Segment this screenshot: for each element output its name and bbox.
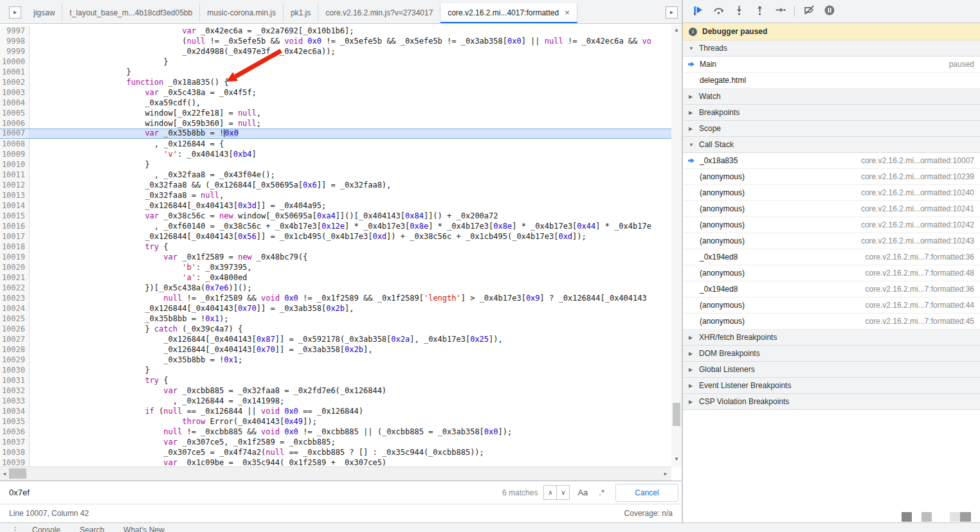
code-line[interactable]: 10003 var _0x5c438a = _0x4f5f; (0, 87, 671, 98)
code-line[interactable]: 10023 null != _0x1f2589 && void 0x0 != _… (0, 293, 671, 303)
file-tab-music-corona-min-js[interactable]: music-corona.min.js (200, 3, 284, 22)
code-line[interactable]: 10017 _0x126844[_0x404143[0x56]] = _0x1c… (0, 231, 671, 242)
line-number[interactable]: 10008 (0, 139, 30, 149)
code-line[interactable]: 10001 } (0, 67, 671, 77)
cancel-button[interactable]: Cancel (615, 484, 678, 502)
code-line[interactable]: 10025 _0x35b8bb = !0x1); (0, 314, 671, 324)
section-header-breakpoints[interactable]: ▶Breakpoints (683, 105, 980, 121)
code-line[interactable]: 10030 } (0, 365, 671, 375)
code-line[interactable]: 10013 _0x32faa8 = null, (0, 190, 671, 200)
step-into-button[interactable] (730, 3, 747, 20)
code-line[interactable]: 10021 'a': _0x4800ed (0, 272, 671, 283)
pause-on-exceptions-button[interactable] (821, 3, 838, 20)
call-stack-frame[interactable]: (anonymous)core.v2.16.2.mi...ormatted:10… (683, 185, 980, 201)
line-number[interactable]: 10032 (0, 386, 30, 396)
code-line[interactable]: 10011 , _0x32faa8 = _0x43f04e(); (0, 170, 671, 180)
code-line[interactable]: 10018 try { (0, 242, 671, 252)
line-number[interactable]: 10019 (0, 252, 30, 262)
line-number[interactable]: 10028 (0, 344, 30, 355)
code-line[interactable]: 10000 } (0, 57, 671, 67)
section-header-scope[interactable]: ▶Scope (683, 121, 980, 137)
navigator-toggle-button[interactable]: ▸ (9, 6, 21, 19)
section-header-watch[interactable]: ▶Watch (683, 89, 980, 105)
deactivate-breakpoints-button[interactable] (801, 3, 817, 20)
line-number[interactable]: 10013 (0, 190, 30, 200)
line-number[interactable]: 10029 (0, 355, 30, 365)
code-line[interactable]: 10008 , _0x126844 = { (0, 139, 671, 149)
line-number[interactable]: 10011 (0, 170, 30, 180)
code-line[interactable]: 10033 , _0x126844 = _0x141998; (0, 396, 671, 406)
section-header-csp-violation-breakpoints[interactable]: ▶CSP Violation Breakpoints (683, 394, 980, 410)
line-number[interactable]: 10037 (0, 437, 30, 447)
code-line[interactable]: 10002 function _0x18a835() { (0, 77, 671, 87)
line-number[interactable]: 10001 (0, 67, 30, 77)
code-line[interactable]: 10034 if (null == _0x126844 || void 0x0 … (0, 406, 671, 416)
code-line[interactable]: 10032 var _0xcbb885 = _0x32faa8 = _0x2fd… (0, 386, 671, 396)
line-number[interactable]: 10014 (0, 200, 30, 211)
code-line[interactable]: 9997 var _0x42ec6a = _0x2a7692[_0x10b1b6… (0, 26, 671, 36)
code-line[interactable]: 10028 _0x126844[_0x404143[0x70]] = _0x3a… (0, 344, 671, 355)
vertical-scrollbar[interactable]: ▲ ▼ (671, 24, 682, 466)
code-line[interactable]: 10036 null != _0xcbb885 && void 0x0 != _… (0, 427, 671, 437)
thread-row[interactable]: delegate.html (683, 73, 980, 89)
line-number[interactable]: 10024 (0, 303, 30, 314)
code-line[interactable]: 10031 try { (0, 375, 671, 386)
next-match-button[interactable]: ∨ (556, 486, 569, 499)
execution-line[interactable]: 10007 var _0x35b8bb = !0x0 (0, 129, 671, 139)
line-number[interactable]: 10018 (0, 242, 30, 252)
line-number[interactable]: 10002 (0, 77, 30, 87)
section-header-call-stack[interactable]: ▼Call Stack (683, 137, 980, 153)
code-line[interactable]: 10038 _0x307ce5 = _0x4f74a2(null == _0xc… (0, 447, 671, 457)
line-number[interactable]: 9997 (0, 26, 30, 36)
thread-row[interactable]: Mainpaused (683, 57, 980, 73)
more-tabs-button[interactable]: ▸ (666, 6, 678, 19)
line-number[interactable]: 10004 (0, 98, 30, 108)
line-number[interactable]: 10031 (0, 375, 30, 386)
call-stack-frame[interactable]: (anonymous)core.v2.16.2.mi...ormatted:10… (683, 233, 980, 249)
code-line[interactable]: 10012 _0x32faa8 && (_0x126844[_0x50695a[… (0, 180, 671, 190)
code-line[interactable]: 10010 } (0, 159, 671, 170)
step-button[interactable] (772, 3, 788, 20)
line-number[interactable]: 9998 (0, 36, 30, 46)
file-tab-pk1-js[interactable]: pk1.js (284, 3, 318, 22)
line-number[interactable]: 10009 (0, 149, 30, 159)
file-tab-jigsaw[interactable]: jigsaw (26, 3, 62, 22)
section-header-global-listeners[interactable]: ▶Global Listeners (683, 362, 980, 378)
section-header-xhr-fetch-breakpoints[interactable]: ▶XHR/fetch Breakpoints (683, 330, 980, 346)
section-header-dom-breakpoints[interactable]: ▶DOM Breakpoints (683, 346, 980, 362)
code-line[interactable]: 10020 'b': _0x397395, (0, 262, 671, 272)
line-number[interactable]: 10038 (0, 447, 30, 457)
code-line[interactable]: 10037 var _0x307ce5, _0x1f2589 = _0xcbb8… (0, 437, 671, 447)
code-line[interactable]: 9998 (null != _0x5efe5b && void 0x0 != _… (0, 36, 671, 46)
line-number[interactable]: 10025 (0, 314, 30, 324)
line-number[interactable]: 10020 (0, 262, 30, 272)
scroll-down-button[interactable]: ▼ (671, 455, 682, 464)
code-line[interactable]: 10029 _0x35b8bb = !0x1; (0, 355, 671, 365)
scroll-up-button[interactable]: ▲ (671, 26, 682, 35)
line-number[interactable]: 10022 (0, 283, 30, 293)
line-number[interactable]: 10016 (0, 221, 30, 231)
code-line[interactable]: 10015 var _0x38c56c = new window[_0x5069… (0, 211, 671, 221)
line-number[interactable]: 10007 (0, 129, 30, 138)
code-editor[interactable]: 9997 var _0x42ec6a = _0x2a7692[_0x10b1b6… (0, 24, 671, 468)
h-scrollbar-thumb[interactable] (9, 468, 26, 479)
section-header-event-listener-breakpoints[interactable]: ▶Event Listener Breakpoints (683, 378, 980, 394)
line-number[interactable]: 10036 (0, 427, 30, 437)
previous-match-button[interactable]: ∧ (544, 486, 556, 499)
line-number[interactable]: 10017 (0, 231, 30, 242)
scroll-right-button[interactable]: ▸ (661, 468, 670, 479)
line-number[interactable]: 10006 (0, 118, 30, 129)
code-line[interactable]: 10005 window[_0x22fe18] = null, (0, 108, 671, 118)
call-stack-frame[interactable]: (anonymous)core.v2.16.2.mi...ormatted:10… (683, 169, 980, 185)
file-tab-core-v2-16-2-min-js-v-2734017[interactable]: core.v2.16.2.min.js?v=2734017 (318, 3, 440, 22)
line-number[interactable]: 10026 (0, 324, 30, 334)
code-line[interactable]: 10026 } catch (_0x39c4a7) { (0, 324, 671, 334)
drawer-tab-what-s-new[interactable]: What's New (123, 526, 165, 532)
line-number[interactable]: 10015 (0, 211, 30, 221)
call-stack-frame[interactable]: (anonymous)core.v2.16.2.mi...ormatted:10… (683, 217, 980, 233)
drawer-tab-search[interactable]: Search (80, 526, 104, 532)
line-number[interactable]: 10027 (0, 334, 30, 344)
call-stack-frame[interactable]: (anonymous)core.v2.16.2.mi...7:formatted… (683, 314, 980, 330)
step-out-button[interactable] (751, 3, 768, 20)
call-stack-frame[interactable]: (anonymous)core.v2.16.2.mi...ormatted:10… (683, 201, 980, 217)
